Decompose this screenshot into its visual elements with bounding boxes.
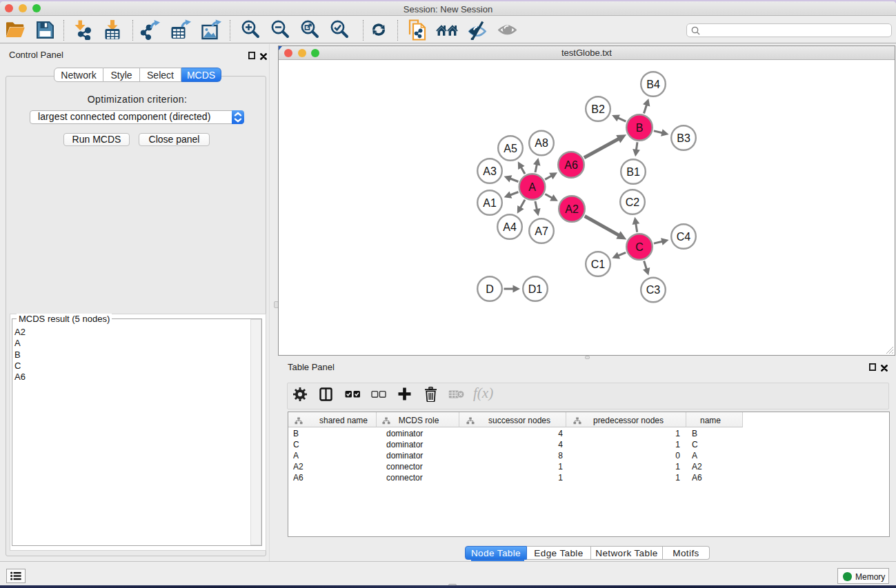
svg-text:A2: A2	[565, 203, 579, 215]
svg-text:A1: A1	[483, 197, 497, 209]
svg-text:B: B	[636, 122, 644, 134]
svg-text:A7: A7	[535, 225, 548, 237]
svg-text:C: C	[635, 241, 644, 253]
svg-text:A3: A3	[483, 165, 497, 177]
svg-text:C4: C4	[677, 231, 691, 243]
svg-text:A: A	[528, 181, 536, 193]
svg-text:B2: B2	[591, 103, 605, 115]
svg-text:D: D	[486, 283, 494, 295]
svg-text:A6: A6	[564, 159, 578, 171]
svg-text:B3: B3	[677, 132, 690, 144]
svg-text:A4: A4	[503, 221, 517, 233]
svg-text:D1: D1	[528, 283, 543, 295]
svg-text:C2: C2	[626, 196, 640, 208]
svg-text:C3: C3	[646, 284, 661, 296]
svg-text:B4: B4	[646, 79, 660, 90]
svg-text:C1: C1	[591, 258, 606, 270]
svg-text:A8: A8	[535, 137, 548, 149]
svg-text:B1: B1	[626, 166, 640, 178]
svg-text:A5: A5	[504, 143, 517, 154]
